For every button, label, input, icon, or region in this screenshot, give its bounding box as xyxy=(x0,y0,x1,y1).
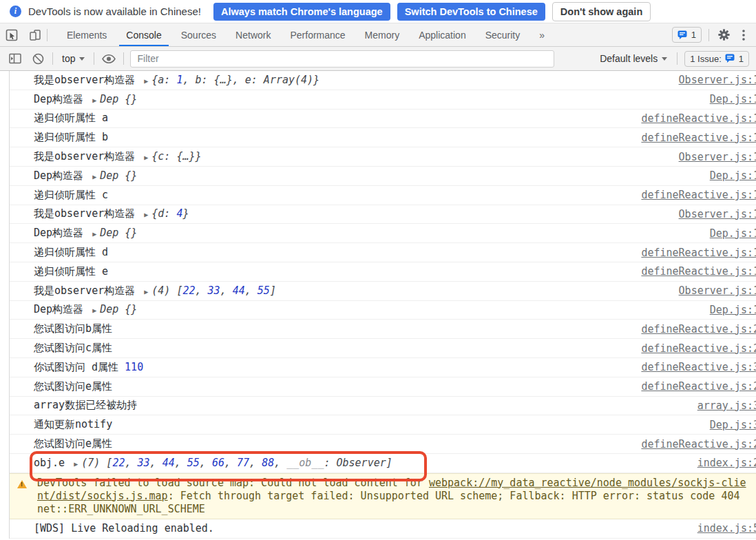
tab-sources[interactable]: Sources xyxy=(171,23,226,46)
console-messages-area: 我是observer构造器 ▶{a: 1, b: {…}, e: Array(4… xyxy=(9,71,756,539)
filter-input[interactable] xyxy=(130,50,554,68)
always-match-language-button[interactable]: Always match Chrome's language xyxy=(213,3,390,21)
divider xyxy=(47,29,48,41)
tab-performance[interactable]: Performance xyxy=(280,23,355,46)
console-message-text: 递归侦听属性 a xyxy=(34,112,108,125)
tab-application[interactable]: Application xyxy=(409,23,476,46)
expand-arrow-icon[interactable]: ▶ xyxy=(141,211,151,218)
message-segment: {c: {…}} xyxy=(151,150,201,163)
source-link[interactable]: index.js:5 xyxy=(697,522,756,534)
source-link[interactable]: defineReactive.js:3 xyxy=(641,361,756,373)
eye-icon[interactable] xyxy=(101,50,117,67)
tab-more-panels[interactable]: » xyxy=(529,23,554,46)
source-link[interactable]: Dep.js:1 xyxy=(710,93,756,105)
source-link[interactable]: index.js:2 xyxy=(697,457,756,469)
expand-arrow-icon[interactable]: ▶ xyxy=(141,154,151,161)
warning-line: nt/dist/sockjs.js.map: Fetch through tar… xyxy=(37,490,756,503)
divider xyxy=(123,52,124,65)
console-message-text: 您试图访问c属性 xyxy=(34,342,112,355)
message-segment: __ob__ xyxy=(286,457,324,469)
message-segment: 88 xyxy=(262,457,274,469)
log-levels-dropdown[interactable]: Default levels xyxy=(597,53,670,64)
devtools-tab-bar: Elements Console Sources Network Perform… xyxy=(0,23,756,47)
switch-devtools-chinese-button[interactable]: Switch DevTools to Chinese xyxy=(397,3,545,21)
message-segment: , xyxy=(125,457,137,469)
console-sidebar-toggle-icon[interactable] xyxy=(7,50,23,67)
expand-arrow-icon[interactable]: ▶ xyxy=(90,307,100,314)
warning-text: net::ERR_UNKNOWN_URL_SCHEME xyxy=(37,503,205,515)
message-segment: 我是observer构造器 xyxy=(34,207,141,220)
source-link[interactable]: defineReactive.js:2 xyxy=(641,438,756,450)
issue-counter[interactable]: 1 Issue: 1 xyxy=(684,51,749,67)
console-message-text: 我是observer构造器 ▶(4) [22, 33, 44, 55] xyxy=(34,284,276,298)
source-link[interactable]: Observer.js:1 xyxy=(679,74,756,86)
settings-gear-icon[interactable] xyxy=(716,29,731,41)
message-segment: array数据已经被劫持 xyxy=(34,399,137,411)
more-options-dots-icon[interactable] xyxy=(738,30,749,41)
console-row: 我是observer构造器 ▶{d: 4}Observer.js:1 xyxy=(10,205,756,225)
source-link[interactable]: Dep.js:3 xyxy=(710,419,756,431)
divider xyxy=(677,52,678,65)
source-link[interactable]: Observer.js:1 xyxy=(679,284,756,297)
message-segment: Dep构造器 xyxy=(34,227,90,239)
message-segment: [WDS] Live Reloading enabled. xyxy=(34,522,214,534)
expand-arrow-icon[interactable]: ▶ xyxy=(71,460,81,468)
console-row: 我是observer构造器 ▶{a: 1, b: {…}, e: Array(4… xyxy=(10,71,756,90)
source-link[interactable]: defineReactive.js:2 xyxy=(641,323,756,335)
expand-arrow-icon[interactable]: ▶ xyxy=(90,173,100,180)
issue-counter-label: 1 Issue: xyxy=(690,54,722,64)
source-link[interactable]: Dep.js:1 xyxy=(710,227,756,240)
warning-line: net::ERR_UNKNOWN_URL_SCHEME xyxy=(37,503,756,516)
tab-console[interactable]: Console xyxy=(116,23,171,46)
message-segment: 您试图访问e属性 xyxy=(34,437,112,450)
expand-arrow-icon[interactable]: ▶ xyxy=(141,77,151,85)
message-segment: 55 xyxy=(187,457,200,469)
console-message-text: [WDS] Live Reloading enabled. xyxy=(34,522,214,534)
message-segment: 您试图访问b属性 xyxy=(34,322,112,335)
source-map-link[interactable]: webpack://my_data_reactive/node_modules/… xyxy=(429,477,746,489)
expand-arrow-icon[interactable]: ▶ xyxy=(141,288,151,295)
message-segment: 22 xyxy=(182,284,195,297)
message-segment: obj.e xyxy=(34,457,71,469)
console-toolbar: top Default levels 1 Issue: 1 xyxy=(0,47,756,71)
message-segment: (4) [ xyxy=(151,284,182,297)
message-segment: (7) [ xyxy=(81,457,112,469)
source-link[interactable]: defineReactive.js:2 xyxy=(641,342,756,355)
console-row: Dep构造器 ▶Dep {}Dep.js:1 xyxy=(10,301,756,320)
source-map-link[interactable]: nt/dist/sockjs.js.map xyxy=(37,490,168,502)
source-link[interactable]: defineReactive.js:1 xyxy=(641,132,756,144)
source-link[interactable]: defineReactive.js:1 xyxy=(641,247,756,259)
console-message-text: 通知更新notify xyxy=(34,418,112,431)
tab-memory[interactable]: Memory xyxy=(355,23,410,46)
tab-elements[interactable]: Elements xyxy=(57,23,116,46)
expand-arrow-icon[interactable]: ▶ xyxy=(90,96,100,104)
source-link[interactable]: Observer.js:1 xyxy=(679,151,756,163)
source-link[interactable]: array.js:3 xyxy=(697,399,756,412)
clear-console-icon[interactable] xyxy=(30,50,46,67)
tab-network[interactable]: Network xyxy=(226,23,280,46)
source-link[interactable]: defineReactive.js:1 xyxy=(641,265,756,278)
console-row: 您试图访问e属性defineReactive.js:2 xyxy=(10,435,756,454)
inspect-element-icon[interactable] xyxy=(0,23,23,46)
expand-arrow-icon[interactable]: ▶ xyxy=(90,230,100,238)
source-link[interactable]: defineReactive.js:1 xyxy=(641,112,756,125)
console-message-text: Dep构造器 ▶Dep {} xyxy=(34,227,137,240)
issues-badge[interactable]: 1 xyxy=(672,27,702,43)
warning-text: DevTools failed to load source map: Coul… xyxy=(37,477,429,489)
source-link[interactable]: defineReactive.js:2 xyxy=(641,380,756,393)
message-segment: , xyxy=(274,457,286,469)
message-bubble-icon xyxy=(678,30,688,40)
console-warning: DevTools failed to load source map: Coul… xyxy=(10,473,756,519)
source-link[interactable]: Dep.js:1 xyxy=(710,169,756,182)
tab-security[interactable]: Security xyxy=(476,23,530,46)
message-segment: Dep构造器 xyxy=(34,303,90,315)
context-selector-dropdown[interactable]: top xyxy=(59,53,87,64)
source-link[interactable]: Observer.js:1 xyxy=(679,208,756,220)
message-segment: 33 xyxy=(138,457,150,469)
device-toolbar-icon[interactable] xyxy=(23,23,47,46)
console-row: Dep构造器 ▶Dep {}Dep.js:1 xyxy=(10,167,756,186)
issues-badge-count: 1 xyxy=(691,30,696,40)
source-link[interactable]: Dep.js:1 xyxy=(710,304,756,316)
source-link[interactable]: defineReactive.js:1 xyxy=(641,189,756,201)
dont-show-again-button[interactable]: Don't show again xyxy=(552,2,651,21)
